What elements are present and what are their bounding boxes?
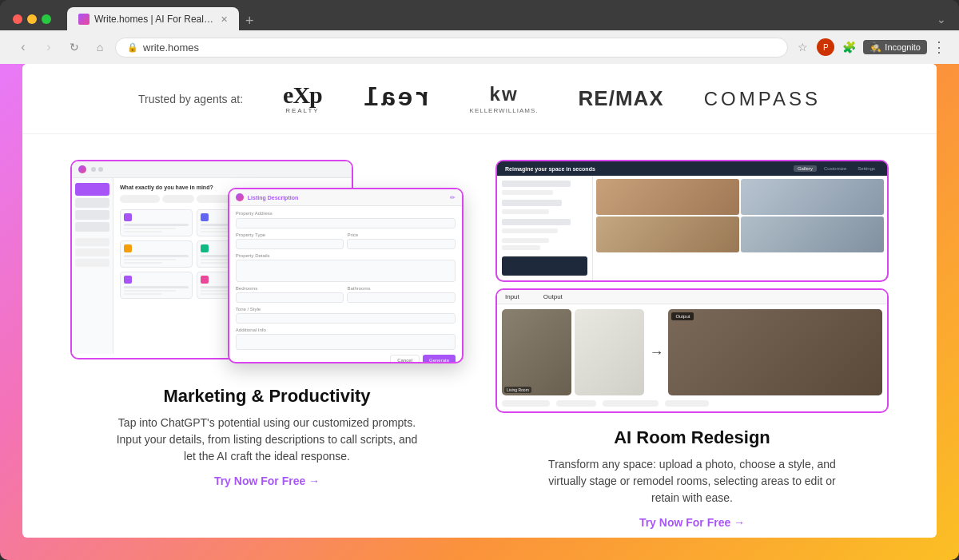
window-controls-right: ⌄ <box>937 12 946 26</box>
feature-ai-room: Reimagine your space in seconds Gallery … <box>495 160 889 529</box>
exp-logo-text: eXp <box>283 83 322 107</box>
overlay-header: Listing Description ✏ <box>229 189 462 206</box>
room-tab-customize[interactable]: Customize <box>820 165 850 172</box>
url-text: write.homes <box>143 42 199 54</box>
extensions-button[interactable]: 🧩 <box>839 38 858 57</box>
marketing-mockup-wrapper: What exactly do you have in mind? <box>70 160 464 371</box>
logo-kw: kw KELLERWILLIAMS. <box>470 83 539 114</box>
overlay-body: Property Address Property Type Price <box>229 206 462 363</box>
main-window-header <box>72 161 352 178</box>
tab-title: Write.homes | AI For Real Es... <box>94 14 214 25</box>
kw-sub: KELLERWILLIAMS. <box>470 107 539 114</box>
input-img-2 <box>575 309 644 395</box>
generate-btn[interactable]: Generate <box>423 355 456 363</box>
kw-main: kw <box>490 83 519 105</box>
logo-compass: COMPASS <box>704 88 821 110</box>
ai-room-title: AI Room Redesign <box>614 427 770 448</box>
marketing-cta[interactable]: Try Now For Free → <box>214 475 320 487</box>
tab-close-icon[interactable]: ✕ <box>221 14 228 25</box>
active-tab[interactable]: Write.homes | AI For Real Es... ✕ <box>67 7 239 31</box>
page-wrapper: Trusted by agents at: eXp REALTY real kw… <box>0 64 959 560</box>
tab-favicon <box>78 14 90 25</box>
output-image <box>668 309 882 395</box>
output-badge: Output <box>671 312 694 320</box>
room-left-panel <box>497 176 593 280</box>
traffic-light-green[interactable] <box>42 14 51 24</box>
incognito-label: Incognito <box>885 42 921 52</box>
output-label: Output <box>543 293 563 300</box>
minimize-icon: ⌄ <box>937 13 946 26</box>
room-bottom-mockup: Input Output Living Room <box>495 288 889 413</box>
room-mockup-wrapper: Reimagine your space in seconds Gallery … <box>495 160 889 413</box>
room-bottom-controls <box>497 400 887 411</box>
lock-icon: 🔒 <box>127 42 138 53</box>
room-bottom-header: Input Output <box>497 290 887 304</box>
input-label: Input <box>505 293 519 300</box>
tab-bar: Write.homes | AI For Real Es... ✕ + <box>67 7 259 31</box>
title-bar: Write.homes | AI For Real Es... ✕ + ⌄ <box>0 0 959 30</box>
nav-bar: ‹ › ↻ ⌂ 🔒 write.homes ☆ P 🧩 🕵 Incognito … <box>0 30 959 64</box>
bookmark-button[interactable]: ☆ <box>793 38 812 57</box>
arrow-icon: → <box>649 344 663 361</box>
logo-exp: eXp REALTY <box>283 83 322 114</box>
menu-button[interactable]: ⋮ <box>932 38 946 56</box>
room-content <box>497 176 887 280</box>
home-button[interactable]: ⌂ <box>90 37 110 58</box>
logo-real: real <box>362 84 430 113</box>
room-image-grid <box>593 176 887 256</box>
new-tab-button[interactable]: + <box>241 14 259 28</box>
room-tab-group: Gallery Customize Settings <box>794 165 879 172</box>
incognito-badge: 🕵 Incognito <box>863 40 927 54</box>
room-top-header: Reimagine your space in seconds Gallery … <box>497 161 887 176</box>
cancel-btn[interactable]: Cancel <box>390 355 420 363</box>
header-dots <box>91 167 103 172</box>
output-area: Output <box>668 309 882 395</box>
address-bar[interactable]: 🔒 write.homes <box>115 38 788 58</box>
logo-remax: RE/MAX <box>579 86 664 111</box>
room-top-mockup: Reimagine your space in seconds Gallery … <box>495 160 889 282</box>
forward-button[interactable]: › <box>38 37 59 58</box>
trusted-text: Trusted by agents at: <box>138 93 243 105</box>
traffic-light-yellow[interactable] <box>27 14 37 24</box>
traffic-light-red[interactable] <box>13 14 22 24</box>
marketing-title: Marketing & Productivity <box>163 386 370 407</box>
browser-window: Write.homes | AI For Real Es... ✕ + ⌄ ‹ … <box>0 0 959 560</box>
profile-icon[interactable]: P <box>817 38 834 56</box>
traffic-lights <box>13 14 51 24</box>
ai-room-cta[interactable]: Try Now For Free → <box>639 516 745 529</box>
exp-logo-sub: REALTY <box>285 107 320 114</box>
feature-marketing: What exactly do you have in mind? <box>70 160 464 529</box>
logos-section: Trusted by agents at: eXp REALTY real kw… <box>22 64 937 134</box>
back-button[interactable]: ‹ <box>13 37 34 58</box>
room-tab-settings[interactable]: Settings <box>854 165 879 172</box>
ai-room-desc: Transform any space: upload a photo, cho… <box>540 456 844 506</box>
marketing-desc: Tap into ChatGPT's potential using our c… <box>115 415 419 465</box>
input-images: Living Room <box>502 309 644 395</box>
room-bottom-content: Living Room → Output <box>497 304 887 400</box>
reload-button[interactable]: ↻ <box>64 37 85 58</box>
marketing-overlay-window: Listing Description ✏ Property Address P… <box>228 188 464 363</box>
page-content: Trusted by agents at: eXp REALTY real kw… <box>22 64 937 538</box>
sidebar-active-item <box>75 183 109 196</box>
room-top-title: Reimagine your space in seconds <box>505 166 595 172</box>
features-section: What exactly do you have in mind? <box>22 134 937 529</box>
app-sidebar <box>72 178 113 354</box>
input-img-1: Living Room <box>502 309 571 395</box>
overlay-title: Listing Description <box>248 195 298 201</box>
header-purple-dot <box>78 165 86 173</box>
room-tab-gallery[interactable]: Gallery <box>794 165 817 172</box>
incognito-icon: 🕵 <box>869 42 881 53</box>
